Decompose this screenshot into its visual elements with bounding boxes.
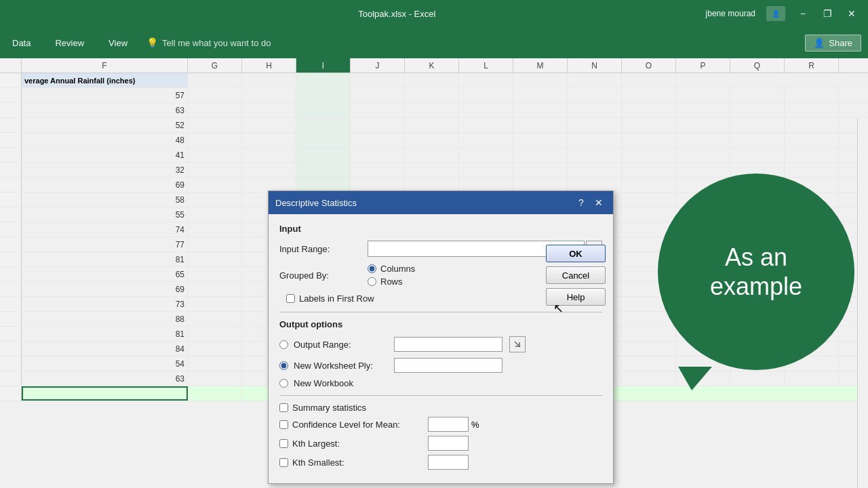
new-worksheet-field[interactable] xyxy=(394,358,502,373)
cell-p[interactable] xyxy=(676,133,730,147)
tell-me-text[interactable]: Tell me what you want to do xyxy=(162,38,271,48)
cell-f[interactable]: 69 xyxy=(22,282,188,296)
output-range-field[interactable] xyxy=(394,337,502,352)
cell-j[interactable] xyxy=(351,178,405,192)
cell-o[interactable] xyxy=(622,73,676,87)
cell-p[interactable] xyxy=(676,118,730,132)
cell-o[interactable] xyxy=(622,371,676,386)
cell-l[interactable] xyxy=(459,88,513,102)
cell-k[interactable] xyxy=(405,163,459,177)
cell-l[interactable] xyxy=(459,103,513,117)
cell-f[interactable]: 54 xyxy=(22,357,188,371)
cell-h[interactable] xyxy=(242,103,296,117)
cell-h[interactable] xyxy=(242,148,296,162)
col-header-n[interactable]: N xyxy=(568,58,622,73)
vertical-scrollbar[interactable] xyxy=(857,118,868,488)
cell-f[interactable]: 81 xyxy=(22,252,188,266)
cell-r[interactable] xyxy=(785,118,839,132)
cell-g[interactable] xyxy=(188,357,242,371)
cell-i[interactable] xyxy=(296,73,351,87)
new-worksheet-radio[interactable] xyxy=(279,361,288,370)
output-range-collapse-button[interactable] xyxy=(509,336,526,352)
confidence-input[interactable]: 95 xyxy=(428,417,469,432)
dialog-help-button[interactable]: ? xyxy=(574,195,589,210)
cell-m[interactable] xyxy=(513,133,568,147)
labels-checkbox[interactable] xyxy=(286,294,295,303)
cell-f[interactable]: 88 xyxy=(22,312,188,326)
cell-r[interactable] xyxy=(785,103,839,117)
cell-i[interactable] xyxy=(296,133,351,147)
cell-f[interactable]: 77 xyxy=(22,237,188,251)
cell-p[interactable] xyxy=(676,163,730,177)
cell-n[interactable] xyxy=(568,148,622,162)
cell-o[interactable] xyxy=(622,148,676,162)
col-header-q[interactable]: Q xyxy=(730,58,785,73)
cell-m[interactable] xyxy=(513,178,568,192)
cell-r[interactable] xyxy=(785,133,839,147)
cell-m[interactable] xyxy=(513,103,568,117)
cell-n[interactable] xyxy=(568,133,622,147)
cell-j[interactable] xyxy=(351,163,405,177)
dialog-close-button[interactable]: ✕ xyxy=(591,195,606,210)
cell-f[interactable]: 81 xyxy=(22,327,188,341)
col-header-p[interactable]: P xyxy=(676,58,730,73)
tell-me-input[interactable]: 💡 Tell me what you want to do xyxy=(146,37,271,48)
kth-largest-checkbox[interactable] xyxy=(279,439,288,448)
cell-o[interactable] xyxy=(622,178,676,192)
cell-f[interactable]: 48 xyxy=(22,133,188,147)
cell-g[interactable] xyxy=(188,207,242,222)
cell-o[interactable] xyxy=(622,118,676,132)
header-cell[interactable]: verage Annual Rainfall (inches) xyxy=(22,73,188,87)
cell-n[interactable] xyxy=(568,118,622,132)
cell-r[interactable] xyxy=(785,88,839,102)
col-header-f[interactable]: F xyxy=(22,58,188,73)
cell-q[interactable] xyxy=(730,88,785,102)
cell-o[interactable] xyxy=(622,103,676,117)
cell-o[interactable] xyxy=(622,342,676,356)
cell-k[interactable] xyxy=(405,118,459,132)
col-header-j[interactable]: J xyxy=(351,58,405,73)
cell-l[interactable] xyxy=(459,133,513,147)
cell-p[interactable] xyxy=(676,88,730,102)
help-button[interactable]: Help xyxy=(546,288,606,306)
cell-h[interactable] xyxy=(242,133,296,147)
cell-f[interactable]: 69 xyxy=(22,178,188,192)
cell-g[interactable] xyxy=(188,148,242,162)
cell-n[interactable] xyxy=(568,103,622,117)
rows-radio[interactable] xyxy=(368,277,376,286)
cell-g[interactable] xyxy=(188,267,242,281)
cell-h[interactable] xyxy=(242,88,296,102)
cell-f[interactable]: 41 xyxy=(22,148,188,162)
cell-k[interactable] xyxy=(405,88,459,102)
cell-o[interactable] xyxy=(622,133,676,147)
cell-f[interactable]: 65 xyxy=(22,267,188,281)
cell-m[interactable] xyxy=(513,163,568,177)
output-range-radio[interactable] xyxy=(279,340,288,349)
cell-l[interactable] xyxy=(459,73,513,87)
cell-g[interactable] xyxy=(188,342,242,356)
col-header-r[interactable]: R xyxy=(785,58,839,73)
cell-f[interactable]: 73 xyxy=(22,297,188,311)
new-workbook-radio[interactable] xyxy=(279,379,288,388)
cell-k[interactable] xyxy=(405,73,459,87)
cell-g[interactable] xyxy=(188,312,242,326)
cell-j[interactable] xyxy=(351,103,405,117)
cell-f[interactable]: 32 xyxy=(22,163,188,177)
cell-i[interactable] xyxy=(296,178,351,192)
cell-g[interactable] xyxy=(188,222,242,237)
cell-g[interactable] xyxy=(188,103,242,117)
cell-i[interactable] xyxy=(296,118,351,132)
cell-r[interactable] xyxy=(785,163,839,177)
cell-h[interactable] xyxy=(242,163,296,177)
cell-q[interactable] xyxy=(730,103,785,117)
cell-j[interactable] xyxy=(351,88,405,102)
col-header-g[interactable]: G xyxy=(188,58,242,73)
cell-r[interactable] xyxy=(785,148,839,162)
cell-n[interactable] xyxy=(568,88,622,102)
cell-o[interactable] xyxy=(622,163,676,177)
cell-g[interactable] xyxy=(188,118,242,132)
kth-largest-input[interactable]: 1 xyxy=(428,436,469,451)
confidence-checkbox[interactable] xyxy=(279,420,288,429)
cell-i[interactable] xyxy=(296,103,351,117)
cell-o[interactable] xyxy=(622,357,676,371)
